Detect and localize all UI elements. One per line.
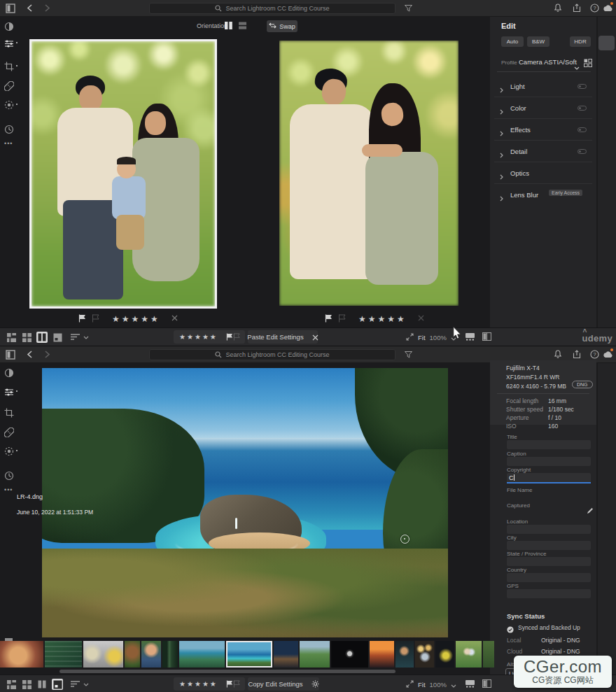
pick-flag-icon[interactable] [325, 313, 332, 325]
back-arrow-icon[interactable] [26, 3, 34, 13]
compare-view-icon[interactable] [36, 332, 48, 343]
section-detail[interactable]: Detail [494, 141, 592, 162]
masking-icon[interactable] [4, 100, 14, 113]
zoom-level[interactable]: 100% [430, 334, 447, 341]
profile-value[interactable]: Camera ASTIA/Soft [519, 58, 577, 66]
reject-flag-icon[interactable] [233, 678, 240, 691]
filmstrip-toggle-icon[interactable] [465, 331, 475, 344]
filmstrip-thumb-motorcycle[interactable] [435, 641, 454, 668]
hdr-button[interactable]: HDR [570, 36, 591, 47]
pick-flag-icon[interactable] [226, 678, 233, 691]
compare-view-icon[interactable] [36, 679, 48, 690]
filmstrip-thumb-still-life[interactable] [83, 641, 123, 668]
forward-arrow-icon[interactable] [43, 3, 51, 13]
filter-funnel-icon[interactable] [405, 5, 412, 12]
sort-chevron-icon[interactable] [83, 332, 90, 343]
cloud-sync-icon[interactable] [603, 4, 613, 12]
reject-flag-icon[interactable] [233, 331, 240, 344]
right-star-rating[interactable]: ★★★★★ [358, 314, 407, 324]
help-icon[interactable]: ? [590, 350, 599, 359]
notifications-bell-icon[interactable] [554, 350, 562, 359]
pick-flag-icon[interactable] [78, 313, 86, 325]
compare-photo-left[interactable] [29, 39, 217, 309]
sliders-panel-selected[interactable] [598, 36, 615, 50]
back-arrow-icon[interactable] [26, 350, 34, 359]
search-input[interactable]: Search Lightroom CC Editing Course [149, 3, 396, 14]
search-input[interactable]: Search Lightroom CC Editing Course [149, 349, 396, 360]
share-icon[interactable] [573, 350, 581, 359]
right-remove-icon[interactable] [418, 315, 424, 323]
filmstrip-thumb-partial[interactable] [483, 641, 494, 668]
section-toggle[interactable] [578, 84, 587, 89]
app-grid-icon[interactable] [6, 3, 15, 13]
sort-chevron-icon[interactable] [83, 679, 90, 690]
filmstrip-thumb-family-park[interactable] [456, 641, 482, 668]
country-input[interactable] [507, 573, 591, 582]
filmstrip-toggle-icon[interactable] [465, 678, 475, 691]
section-color[interactable]: Color [494, 97, 592, 119]
square-grid-view-icon[interactable] [21, 679, 32, 690]
filmstrip-thumb-bridge[interactable] [274, 641, 298, 668]
main-photo-landscape[interactable] [42, 368, 448, 637]
bw-button[interactable]: B&W [527, 36, 550, 47]
title-input[interactable] [507, 440, 591, 449]
location-input[interactable] [507, 525, 591, 534]
filmstrip-scrollbar[interactable] [59, 670, 396, 673]
reject-flag-icon[interactable] [92, 313, 99, 325]
versions-clock-icon[interactable] [4, 471, 14, 483]
detail-view-icon[interactable] [52, 679, 63, 690]
filmstrip-thumb-coast[interactable] [179, 641, 225, 668]
compare-photo-right[interactable] [279, 41, 458, 306]
section-lens-blur[interactable]: Lens Blur Early Access [494, 184, 592, 206]
filmstrip-thumb-forest[interactable] [162, 641, 178, 668]
filmstrip-thumb-selected[interactable] [226, 641, 272, 668]
more-options-icon[interactable]: ••• [4, 486, 13, 493]
help-icon[interactable]: ? [590, 3, 599, 13]
crop-icon[interactable] [4, 62, 14, 74]
section-toggle[interactable] [578, 106, 587, 111]
masking-icon[interactable] [4, 446, 14, 459]
versions-clock-icon[interactable] [4, 125, 14, 137]
filmstrip-thumb-wedding[interactable] [415, 641, 434, 668]
swap-button[interactable]: Swap [267, 20, 298, 32]
filmstrip-thumb-sunset[interactable] [370, 641, 394, 668]
app-grid-icon[interactable] [6, 350, 15, 360]
detail-view-icon[interactable] [52, 332, 63, 343]
healing-brush-icon[interactable] [4, 428, 14, 440]
toolbar-star-rating[interactable]: ★★★★★ [179, 680, 218, 688]
section-light[interactable]: Light [494, 76, 592, 97]
filter-funnel-icon[interactable] [405, 351, 412, 358]
left-star-rating[interactable]: ★★★★★ [112, 314, 160, 324]
paste-edit-settings-button[interactable]: Paste Edit Settings [247, 333, 303, 341]
copyright-input[interactable]: C [507, 473, 591, 482]
close-icon[interactable] [312, 331, 318, 344]
filmstrip-thumb-dog[interactable] [0, 641, 43, 668]
healing-brush-icon[interactable] [4, 81, 14, 94]
sort-icon[interactable] [69, 332, 83, 343]
more-options-icon[interactable]: ••• [4, 140, 13, 147]
pick-flag-icon[interactable] [226, 331, 233, 344]
zoom-expand-icon[interactable] [406, 678, 414, 691]
photo-grid-view-icon[interactable] [6, 679, 17, 690]
filmstrip-thumb-dog-leaves[interactable] [125, 641, 140, 668]
city-input[interactable] [507, 541, 591, 550]
filmstrip-thumb-valley[interactable] [300, 641, 330, 668]
edit-light-icon[interactable] [4, 368, 14, 381]
edit-light-icon[interactable] [4, 22, 14, 34]
zoom-level[interactable]: 100% [430, 681, 447, 689]
section-toggle[interactable] [578, 149, 587, 154]
split-view-icon[interactable] [482, 678, 491, 691]
settings-gear-icon[interactable] [312, 678, 319, 691]
edit-pencil-icon[interactable] [587, 504, 594, 517]
gps-input[interactable] [507, 589, 591, 598]
square-grid-view-icon[interactable] [21, 332, 32, 343]
section-optics[interactable]: Optics [494, 162, 592, 184]
section-toggle[interactable] [578, 127, 587, 132]
fit-label[interactable]: Fit [418, 334, 426, 341]
gps-marker-icon[interactable] [400, 535, 410, 544]
auto-button[interactable]: Auto [501, 36, 524, 47]
notifications-bell-icon[interactable] [554, 3, 562, 13]
chevron-down-icon[interactable] [451, 678, 456, 691]
edit-sliders-icon[interactable] [4, 387, 14, 400]
photo-grid-view-icon[interactable] [6, 332, 17, 343]
